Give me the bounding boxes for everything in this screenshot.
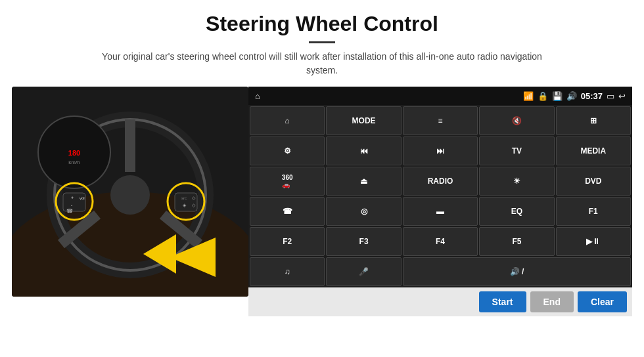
content-area: 180 km/h + - vol ☎ src ◈ ◇ ◇ ⌂ [0, 87, 644, 316]
360-btn[interactable]: 360🚗 [250, 167, 325, 196]
playpause-btn[interactable]: ▶⏸ [556, 227, 631, 256]
bt-status-icon: 🔊 [566, 91, 577, 101]
f2-btn[interactable]: F2 [250, 227, 325, 256]
f1-btn[interactable]: F1 [556, 197, 631, 226]
radio-btn[interactable]: RADIO [403, 167, 478, 196]
f4-btn[interactable]: F4 [403, 227, 478, 256]
steering-wheel-image: 180 km/h + - vol ☎ src ◈ ◇ ◇ [12, 87, 248, 297]
status-bar: ⌂ 📶 🔒 💾 🔊 05:37 ▭ ↩ [248, 87, 632, 105]
settings-btn[interactable]: ⚙ [250, 136, 325, 165]
clear-button[interactable]: Clear [578, 291, 627, 312]
mode-btn[interactable]: MODE [326, 106, 401, 135]
volume-btn[interactable]: 🔊 / [403, 257, 631, 286]
home-btn[interactable]: ⌂ [250, 106, 325, 135]
svg-point-7 [110, 175, 150, 215]
sd-status-icon: 💾 [552, 91, 563, 101]
svg-text:src: src [181, 196, 187, 200]
page-title: Steering Wheel Control [0, 0, 644, 36]
eject-btn[interactable]: ⏏ [326, 167, 401, 196]
music-btn[interactable]: ♫ [250, 257, 325, 286]
title-divider [309, 41, 335, 43]
home-status-icon: ⌂ [255, 91, 260, 101]
nav-btn[interactable]: ◎ [326, 197, 401, 226]
f5-btn[interactable]: F5 [479, 227, 554, 256]
media-btn[interactable]: MEDIA [556, 136, 631, 165]
menu-btn[interactable]: ≡ [403, 106, 478, 135]
bottom-bar: Start End Clear [248, 287, 632, 316]
control-panel: ⌂ 📶 🔒 💾 🔊 05:37 ▭ ↩ ⌂ MODE ≡ 🔇 ⊞ ⚙ ⏮ ⏭ [248, 87, 632, 316]
next-btn[interactable]: ⏭ [403, 136, 478, 165]
brightness-btn[interactable]: ☀ [479, 167, 554, 196]
svg-text:vol: vol [80, 196, 85, 200]
prev-btn[interactable]: ⏮ [326, 136, 401, 165]
back-status-icon: ↩ [618, 91, 626, 101]
mic-btn[interactable]: 🎤 [326, 257, 401, 286]
time-display: 05:37 [581, 91, 603, 101]
page-subtitle: Your original car's steering wheel contr… [92, 50, 552, 77]
apps-btn[interactable]: ⊞ [556, 106, 631, 135]
wifi-status-icon: 📶 [523, 91, 534, 101]
start-button[interactable]: Start [479, 291, 526, 312]
svg-text:km/h: km/h [68, 159, 80, 165]
tv-btn[interactable]: TV [479, 136, 554, 165]
screen-status-icon: ▭ [607, 91, 614, 101]
lock-status-icon: 🔒 [538, 91, 548, 101]
svg-text:+: + [71, 196, 74, 200]
button-grid: ⌂ MODE ≡ 🔇 ⊞ ⚙ ⏮ ⏭ TV MEDIA 360🚗 ⏏ RADIO… [248, 105, 632, 287]
phone-btn[interactable]: ☎ [250, 197, 325, 226]
mute-btn[interactable]: 🔇 [479, 106, 554, 135]
eq-btn[interactable]: EQ [479, 197, 554, 226]
dvd-btn[interactable]: DVD [556, 167, 631, 196]
svg-text:☎: ☎ [66, 208, 73, 214]
f3-btn[interactable]: F3 [326, 227, 401, 256]
status-bar-right: 📶 🔒 💾 🔊 05:37 ▭ ↩ [523, 91, 626, 101]
end-button[interactable]: End [530, 291, 574, 312]
status-bar-left: ⌂ [255, 91, 260, 101]
display-btn[interactable]: ▬ [403, 197, 478, 226]
svg-text:180: 180 [68, 149, 80, 157]
